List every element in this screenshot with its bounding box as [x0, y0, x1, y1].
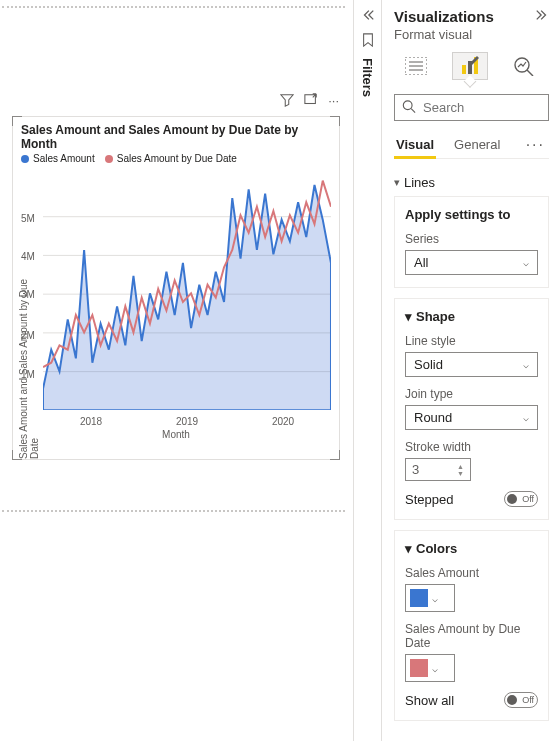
- page-boundary-bottom: [2, 510, 345, 512]
- search-icon: [402, 99, 416, 116]
- chevron-down-icon: ▾: [394, 176, 400, 189]
- x-tick: 2020: [272, 416, 294, 427]
- color-swatch: [410, 589, 428, 607]
- line-chart-visual[interactable]: ··· Sales Amount and Sales Amount by Due…: [12, 116, 340, 460]
- stepped-toggle[interactable]: Off: [504, 491, 538, 507]
- show-all-toggle[interactable]: Off: [504, 692, 538, 708]
- x-ticks: 2018 2019 2020: [43, 416, 331, 427]
- legend-swatch: [21, 155, 29, 163]
- filters-pane-collapsed[interactable]: Filters: [354, 0, 382, 741]
- pane-title: Visualizations: [394, 8, 494, 25]
- search-input[interactable]: [394, 94, 549, 121]
- svg-line-16: [411, 108, 415, 112]
- expand-pane-icon[interactable]: [535, 8, 549, 25]
- svg-line-14: [527, 70, 533, 76]
- chevron-down-icon: ⌵: [432, 663, 438, 674]
- series-select[interactable]: All ⌵: [405, 250, 538, 275]
- stroke-width-label: Stroke width: [405, 440, 538, 454]
- color-picker-sales-amount[interactable]: ⌵: [405, 584, 455, 612]
- line-style-label: Line style: [405, 334, 538, 348]
- section-label: Shape: [416, 309, 455, 324]
- filters-label: Filters: [360, 58, 375, 97]
- legend-swatch: [105, 155, 113, 163]
- color-swatch: [410, 659, 428, 677]
- pane-subtitle: Format visual: [394, 27, 549, 42]
- bookmark-icon[interactable]: [361, 33, 375, 50]
- color-picker-sales-amount-due-date[interactable]: ⌵: [405, 654, 455, 682]
- tabs-more-icon[interactable]: ···: [522, 136, 549, 154]
- legend-label: Sales Amount by Due Date: [117, 153, 237, 164]
- chevron-down-icon: ▾: [405, 309, 412, 324]
- select-value: All: [414, 255, 428, 270]
- section-colors[interactable]: ▾ Colors: [405, 541, 538, 556]
- chevron-down-icon: ⌵: [523, 257, 529, 268]
- plot-area[interactable]: 5M 4M 3M 2M 1M: [43, 172, 331, 412]
- color-series-label: Sales Amount: [405, 566, 538, 580]
- format-tabs: Visual General ···: [394, 131, 549, 159]
- section-shape[interactable]: ▾ Shape: [405, 309, 538, 324]
- show-all-label: Show all: [405, 693, 454, 708]
- chart-title: Sales Amount and Sales Amount by Due Dat…: [13, 117, 339, 153]
- report-canvas: ··· Sales Amount and Sales Amount by Due…: [0, 0, 354, 741]
- resize-handle[interactable]: [330, 450, 340, 460]
- build-visual-icon[interactable]: [398, 52, 434, 80]
- stepped-label: Stepped: [405, 492, 453, 507]
- chart-legend: Sales Amount Sales Amount by Due Date: [13, 153, 339, 168]
- chevron-down-icon: ▾: [405, 541, 412, 556]
- y-tick: 1M: [21, 368, 35, 379]
- chevron-down-icon: ⌵: [523, 412, 529, 423]
- chevron-down-icon: ⌵: [523, 359, 529, 370]
- section-label: Colors: [416, 541, 457, 556]
- apply-settings-title: Apply settings to: [405, 207, 538, 222]
- section-label: Lines: [404, 175, 435, 190]
- y-tick: 4M: [21, 251, 35, 262]
- x-axis-label: Month: [13, 429, 339, 440]
- resize-handle[interactable]: [330, 116, 340, 126]
- color-series-label: Sales Amount by Due Date: [405, 622, 538, 650]
- series-label: Series: [405, 232, 538, 246]
- select-value: Solid: [414, 357, 443, 372]
- legend-item[interactable]: Sales Amount by Due Date: [105, 153, 237, 164]
- chart-svg: [43, 172, 331, 410]
- y-tick: 2M: [21, 330, 35, 341]
- filter-icon[interactable]: [280, 93, 294, 110]
- x-tick: 2019: [176, 416, 198, 427]
- join-type-select[interactable]: Round ⌵: [405, 405, 538, 430]
- x-tick: 2018: [80, 416, 102, 427]
- tab-visual[interactable]: Visual: [394, 131, 436, 159]
- format-mode-switcher: [398, 52, 549, 80]
- spinner-arrows-icon[interactable]: ▲▼: [457, 463, 464, 477]
- analytics-icon[interactable]: [506, 52, 542, 80]
- search-field[interactable]: [394, 94, 549, 121]
- expand-filters-icon[interactable]: [361, 8, 375, 25]
- section-lines[interactable]: ▾ Lines: [394, 169, 549, 196]
- svg-point-15: [403, 100, 412, 109]
- svg-rect-10: [462, 65, 466, 74]
- visualizations-pane: Visualizations Format visual Visual: [382, 0, 559, 741]
- more-options-icon[interactable]: ···: [328, 93, 339, 110]
- focus-mode-icon[interactable]: [304, 93, 318, 110]
- format-visual-icon[interactable]: [452, 52, 488, 80]
- stroke-width-input[interactable]: 3 ▲▼: [405, 458, 471, 481]
- legend-item[interactable]: Sales Amount: [21, 153, 95, 164]
- legend-label: Sales Amount: [33, 153, 95, 164]
- colors-card: ▾ Colors Sales Amount ⌵ Sales Amount by …: [394, 530, 549, 721]
- input-value: 3: [412, 462, 419, 477]
- y-tick: 3M: [21, 289, 35, 300]
- visual-header-toolbar: ···: [280, 93, 339, 110]
- select-value: Round: [414, 410, 452, 425]
- page-boundary-top: [2, 6, 345, 8]
- y-tick: 5M: [21, 212, 35, 223]
- line-style-select[interactable]: Solid ⌵: [405, 352, 538, 377]
- resize-handle[interactable]: [12, 116, 22, 126]
- chevron-down-icon: ⌵: [432, 593, 438, 604]
- join-type-label: Join type: [405, 387, 538, 401]
- tab-general[interactable]: General: [452, 131, 502, 158]
- apply-settings-card: Apply settings to Series All ⌵: [394, 196, 549, 288]
- shape-card: ▾ Shape Line style Solid ⌵ Join type Rou…: [394, 298, 549, 520]
